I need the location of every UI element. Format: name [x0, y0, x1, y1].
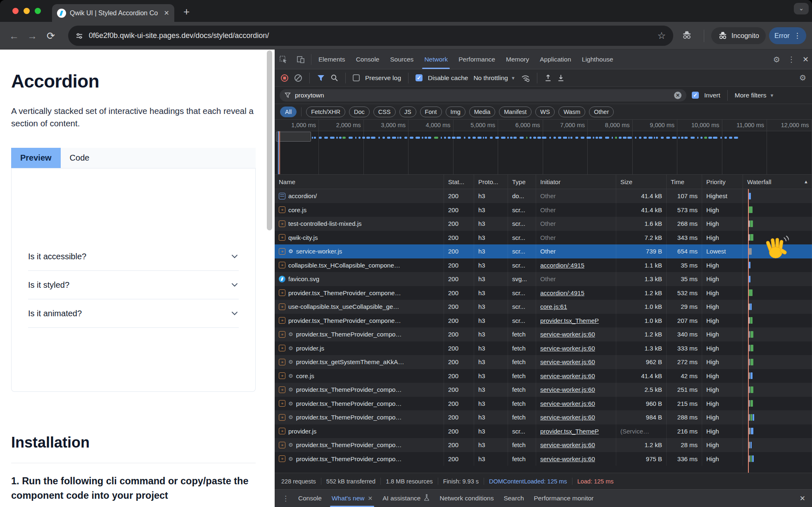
browser-menu-icon[interactable]: ⋮	[794, 31, 801, 40]
tab-search-button[interactable]: ⌄	[794, 3, 809, 14]
initiator-link[interactable]: service-worker.js:60	[540, 455, 595, 462]
tab-sources[interactable]: Sources	[385, 50, 419, 69]
column-header-stat[interactable]: Stat...	[444, 175, 474, 189]
initiator-link[interactable]: service-worker.js:60	[540, 441, 595, 448]
close-icon[interactable]: ✕	[368, 495, 373, 502]
request-name-cell[interactable]: ‹›core.js	[275, 203, 444, 217]
table-row[interactable]: ‹›provider.tsx_ThemeProvider_compone…200…	[275, 314, 812, 328]
preserve-log-checkbox[interactable]	[353, 74, 360, 81]
tab-elements[interactable]: Elements	[313, 50, 351, 69]
accordion-item[interactable]: Is it animated?	[28, 299, 239, 328]
initiator-cell[interactable]: service-worker.js:60	[536, 397, 616, 411]
disable-cache-checkbox[interactable]: ✓	[415, 74, 423, 81]
column-header-name[interactable]: Name	[275, 175, 444, 189]
table-row[interactable]: ‹›⚙provider.tsx_ThemeProvider_compo…200h…	[275, 410, 812, 424]
filter-chip-js[interactable]: JS	[399, 107, 416, 117]
filter-chip-doc[interactable]: Doc	[349, 107, 370, 117]
filter-chip-all[interactable]: All	[280, 107, 297, 117]
table-row[interactable]: ‹›⚙core.js200h3fetchservice-worker.js:60…	[275, 369, 812, 383]
column-header-priority[interactable]: Priority	[702, 175, 743, 189]
maximize-window-button[interactable]	[35, 8, 41, 14]
docs-tab-code[interactable]: Code	[61, 148, 99, 168]
tab-application[interactable]: Application	[534, 50, 577, 69]
accordion-item[interactable]: Is it accessible?	[28, 242, 239, 271]
search-icon[interactable]	[330, 74, 338, 82]
table-row[interactable]: ‹›⚙provider.tsx_ThemeProvider_compo…200h…	[275, 452, 812, 466]
request-name-cell[interactable]: ‹›provider.tsx_ThemeProvider_compone…	[275, 314, 444, 328]
network-settings-icon[interactable]: ⚙	[799, 73, 806, 83]
initiator-cell[interactable]: provider.tsx_ThemeP	[536, 424, 616, 438]
initiator-link[interactable]: provider.tsx_ThemeP	[540, 428, 599, 435]
network-conditions-icon[interactable]	[521, 74, 530, 82]
tab-performance[interactable]: Performance	[453, 50, 501, 69]
filter-chip-font[interactable]: Font	[420, 107, 442, 117]
back-button[interactable]: ←	[6, 22, 22, 50]
request-name-cell[interactable]: ‹›⚙provider.tsx_ThemeProvider_compo…	[275, 327, 444, 341]
table-row[interactable]: ‹›⚙provider.tsx_getSystemTheme_aKkA…200h…	[275, 355, 812, 369]
initiator-link[interactable]: service-worker.js:60	[540, 414, 595, 421]
table-row[interactable]: ‹›use-collapsible.tsx_useCollapsible_ge……	[275, 300, 812, 314]
table-row[interactable]: ‹›⚙provider.tsx_ThemeProvider_compo…200h…	[275, 438, 812, 452]
tab-network[interactable]: Network	[419, 50, 453, 69]
table-row[interactable]: ‹›⚙service-worker.js200h3scr...Other739 …	[275, 244, 812, 258]
url-text[interactable]: 0f6e2f0b.qwik-ui-site.pages.dev/docs/sty…	[89, 31, 651, 40]
drawer-tab-what-s-new[interactable]: What's new✕	[327, 490, 378, 507]
request-name-cell[interactable]: ‹›qwik-city.js	[275, 231, 444, 245]
page-scrollbar[interactable]	[267, 50, 272, 230]
initiator-link[interactable]: service-worker.js:60	[540, 358, 595, 365]
initiator-cell[interactable]: accordion/:4915	[536, 258, 616, 272]
column-header-type[interactable]: Type	[508, 175, 536, 189]
network-overview[interactable]	[275, 131, 812, 175]
request-name-cell[interactable]: ‹›test-controlled-list-mixed.js	[275, 217, 444, 231]
request-name-cell[interactable]: ‹›⚙provider.tsx_ThemeProvider_compo…	[275, 452, 444, 466]
clear-network-log-button[interactable]	[294, 74, 302, 82]
inspect-element-icon[interactable]	[275, 50, 292, 69]
initiator-cell[interactable]: service-worker.js:60	[536, 341, 616, 355]
initiator-cell[interactable]: service-worker.js:60	[536, 438, 616, 452]
filter-chip-ws[interactable]: WS	[535, 107, 555, 117]
record-network-log-button[interactable]	[280, 74, 289, 82]
accordion-item[interactable]: Is it styled?	[28, 271, 239, 299]
request-name-cell[interactable]: ‹›⚙provider.tsx_ThemeProvider_compo…	[275, 410, 444, 424]
table-row[interactable]: accordion/200h3do...Other41.4 kB107 msHi…	[275, 189, 812, 203]
incognito-extension-icon[interactable]	[681, 30, 692, 41]
request-name-cell[interactable]: ‹›⚙provider.js	[275, 341, 444, 355]
request-name-cell[interactable]: ‹›⚙service-worker.js	[275, 244, 444, 258]
request-name-cell[interactable]: favicon.svg	[275, 272, 444, 286]
table-row[interactable]: ‹›qwik-city.js200h3scr...Other7.2 kB343 …	[275, 231, 812, 245]
drawer-tab-network-conditions[interactable]: Network conditions	[434, 490, 499, 507]
filter-input[interactable]: proxytown ✕	[280, 89, 686, 102]
drawer-tab-search[interactable]: Search	[499, 490, 529, 507]
request-name-cell[interactable]: ‹›provider.tsx_ThemeProvider_compone…	[275, 286, 444, 300]
initiator-cell[interactable]: service-worker.js:60	[536, 369, 616, 383]
initiator-cell[interactable]: service-worker.js:60	[536, 410, 616, 424]
initiator-link[interactable]: provider.tsx_ThemeP	[540, 317, 599, 324]
initiator-cell[interactable]: service-worker.js:60	[536, 452, 616, 466]
bookmark-star-icon[interactable]: ☆	[657, 30, 666, 41]
browser-tab[interactable]: Qwik UI | Styled Accordion Co ✕	[52, 4, 174, 22]
drawer-close-icon[interactable]: ✕	[800, 494, 805, 503]
initiator-link[interactable]: accordion/:4915	[540, 262, 584, 269]
filter-chip-css[interactable]: CSS	[373, 107, 396, 117]
tab-lighthouse[interactable]: Lighthouse	[577, 50, 619, 69]
filter-chip-img[interactable]: Img	[446, 107, 465, 117]
request-name-cell[interactable]: ‹›collapsible.tsx_HCollapsible_compone…	[275, 258, 444, 272]
request-name-cell[interactable]: ‹›⚙provider.tsx_ThemeProvider_compo…	[275, 383, 444, 397]
devtools-close-icon[interactable]: ✕	[803, 55, 809, 64]
request-name-cell[interactable]: accordion/	[275, 189, 444, 203]
initiator-cell[interactable]: accordion/:4915	[536, 286, 616, 300]
table-row[interactable]: ‹›test-controlled-list-mixed.js200h3scr.…	[275, 217, 812, 231]
docs-tab-preview[interactable]: Preview	[11, 148, 61, 168]
initiator-link[interactable]: accordion/:4915	[540, 289, 584, 296]
export-har-icon[interactable]	[557, 74, 565, 82]
devtools-menu-icon[interactable]: ⋮	[788, 55, 795, 64]
request-name-cell[interactable]: ‹›⚙provider.tsx_getSystemTheme_aKkA…	[275, 355, 444, 369]
filter-chip-manifest[interactable]: Manifest	[499, 107, 532, 117]
new-tab-button[interactable]: +	[183, 5, 190, 18]
filter-chip-fetchxhr[interactable]: Fetch/XHR	[306, 107, 345, 117]
invert-checkbox[interactable]: ✓	[692, 92, 699, 99]
url-bar[interactable]: 0f6e2f0b.qwik-ui-site.pages.dev/docs/sty…	[68, 26, 673, 46]
initiator-cell[interactable]: core.js:61	[536, 300, 616, 314]
request-name-cell[interactable]: ‹›use-collapsible.tsx_useCollapsible_ge…	[275, 300, 444, 314]
filter-input-value[interactable]: proxytown	[295, 92, 670, 99]
